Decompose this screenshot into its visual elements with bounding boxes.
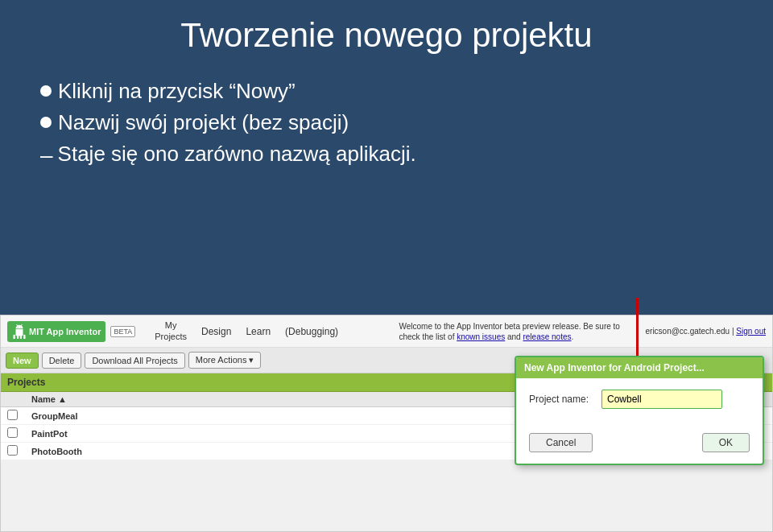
user-email: ericson@cc.gatech.edu [645,327,730,336]
dialog-buttons: Cancel OK [516,433,763,464]
row-checkbox-2[interactable] [7,427,31,439]
row-checkbox-3[interactable] [7,445,31,457]
nav-design[interactable]: Design [195,323,238,340]
app-topbar: MIT App Inventor BETA MyProjects Design … [1,315,772,348]
known-issues-link[interactable]: known issues [457,332,505,341]
bullet-dash-3: – [40,142,53,169]
nav-my-projects[interactable]: MyProjects [148,317,193,344]
download-all-button[interactable]: Download All Projects [85,353,184,369]
bullet-points: Kliknij na przycisk “Nowy” Nazwij swój p… [40,79,741,169]
user-info: ericson@cc.gatech.edu | Sign out [645,327,766,336]
android-icon [12,324,27,339]
delete-button[interactable]: Delete [42,353,82,369]
sign-out-link[interactable]: Sign out [736,327,766,336]
new-button[interactable]: New [6,353,39,369]
release-notes-link[interactable]: release notes [523,332,571,341]
row-checkbox-1[interactable] [7,410,31,422]
nav-learn[interactable]: Learn [239,323,277,340]
mit-logo: MIT App Inventor [7,321,105,342]
bullet-dot-2 [40,117,52,128]
more-actions-label: More Actions ▾ [196,355,254,365]
dialog-body: Project name: [516,378,763,433]
screenshot-container: MIT App Inventor BETA MyProjects Design … [0,315,773,532]
beta-badge: BETA [110,326,135,337]
dialog-label: Project name: [529,394,601,405]
nav-menu: MyProjects Design Learn (Debugging) [148,317,345,344]
dialog-ok-button[interactable]: OK [702,433,750,452]
new-project-dialog: New App Inventor for Android Project... … [515,356,764,465]
more-actions-button[interactable]: More Actions ▾ [188,352,262,369]
dialog-title: New App Inventor for Android Project... [516,357,763,378]
welcome-text: Welcome to the App Inventor beta preview… [399,321,640,342]
bullet-text-3: Staje się ono zarówno nazwą aplikacji. [58,142,416,167]
project-name-input[interactable] [601,390,722,409]
bullet-text-1: Kliknij na przycisk “Nowy” [58,79,296,104]
bullet-2: Nazwij swój projekt (bez spacji) [40,110,741,135]
nav-debugging[interactable]: (Debugging) [279,323,345,340]
bullet-text-2: Nazwij swój projekt (bez spacji) [58,110,349,135]
bullet-1: Kliknij na przycisk “Nowy” [40,79,741,104]
bullet-3: – Staje się ono zarówno nazwą aplikacji. [40,142,741,169]
check-col-header [7,394,31,404]
mit-logo-text: MIT App Inventor [29,327,101,336]
dialog-field: Project name: [529,390,750,409]
bullet-dot-1 [40,85,52,97]
dialog-cancel-button[interactable]: Cancel [529,433,593,452]
slide-title: Tworzenie nowego projektu [32,16,741,55]
